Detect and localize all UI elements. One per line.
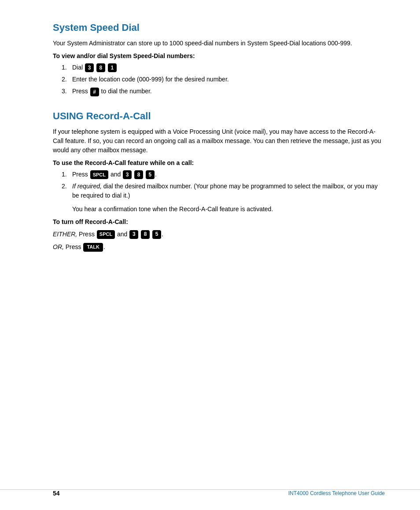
step-3-num: 3.: [62, 87, 72, 96]
using-record-a-call-section: Using Record-A-Call If your telephone sy…: [53, 110, 385, 253]
page-number: 54: [53, 490, 60, 497]
turn-off-heading: To turn off Record-A-Call:: [53, 218, 385, 225]
if-required-text: If required,: [72, 183, 102, 190]
system-speed-dial-title: System Speed Dial: [53, 22, 385, 33]
using-record-a-call-intro: If your telephone system is equipped wit…: [53, 127, 385, 155]
title-using: Using: [53, 110, 84, 121]
step-1-num: 1.: [62, 63, 72, 72]
key-hash: #: [90, 88, 99, 96]
key-3b: 3: [123, 170, 132, 179]
footer-title: INT4000 Cordless Telephone User Guide: [288, 490, 385, 496]
system-speed-dial-section: System Speed Dial Your System Administra…: [53, 22, 385, 96]
key-8: 8: [96, 63, 105, 72]
step-2-num: 2.: [62, 75, 72, 84]
step-3: 3. Press # to dial the number.: [62, 87, 385, 96]
key-3c: 3: [129, 230, 138, 239]
either-prefix: EITHER,: [53, 231, 77, 238]
or-line: OR, Press TALK.: [53, 242, 385, 253]
using-record-a-call-steps: 1. Press SPCL and 3 8 5. 2. If required,…: [62, 170, 385, 200]
using-record-a-call-heading: To use the Record-A-Call feature while o…: [53, 159, 385, 166]
or-prefix: OR,: [53, 243, 64, 250]
rac-step-2: 2. If required, dial the desired mailbox…: [62, 182, 385, 200]
either-line: EITHER, Press SPCL and 3 8 5.: [53, 229, 385, 240]
system-speed-dial-heading: To view and/or dial System Speed-Dial nu…: [53, 52, 385, 59]
system-speed-dial-steps: 1. Dial 3 8 1 2. Enter the location code…: [62, 63, 385, 96]
rac-step-1-num: 1.: [62, 170, 72, 179]
page: System Speed Dial Your System Administra…: [0, 0, 420, 510]
step-3-content: Press # to dial the number.: [72, 87, 385, 96]
title-record-a-call: Record-A-Call: [86, 110, 151, 121]
page-footer: 54 INT4000 Cordless Telephone User Guide: [0, 489, 420, 497]
rac-step-1-content: Press SPCL and 3 8 5.: [72, 170, 385, 179]
step-1-content: Dial 3 8 1: [72, 63, 385, 72]
step-2-content: Enter the location code (000-999) for th…: [72, 75, 385, 84]
key-3: 3: [85, 63, 94, 72]
rac-step-2-num: 2.: [62, 182, 72, 191]
key-spcl-2: SPCL: [97, 230, 115, 239]
confirmation-text: You hear a confirmation tone when the Re…: [72, 205, 385, 214]
rac-step-1: 1. Press SPCL and 3 8 5.: [62, 170, 385, 179]
step-1: 1. Dial 3 8 1: [62, 63, 385, 72]
key-8b: 8: [134, 170, 143, 179]
key-5b: 5: [152, 230, 161, 239]
key-talk: TALK: [83, 243, 103, 252]
key-1: 1: [108, 63, 117, 72]
step-2: 2. Enter the location code (000-999) for…: [62, 75, 385, 84]
system-speed-dial-intro: Your System Administrator can store up t…: [53, 39, 385, 48]
key-spcl-1: SPCL: [90, 170, 108, 179]
key-5: 5: [146, 170, 155, 179]
rac-step-2-content: If required, dial the desired mailbox nu…: [72, 182, 385, 200]
key-8c: 8: [141, 230, 150, 239]
using-record-a-call-title: Using Record-A-Call: [53, 110, 385, 122]
